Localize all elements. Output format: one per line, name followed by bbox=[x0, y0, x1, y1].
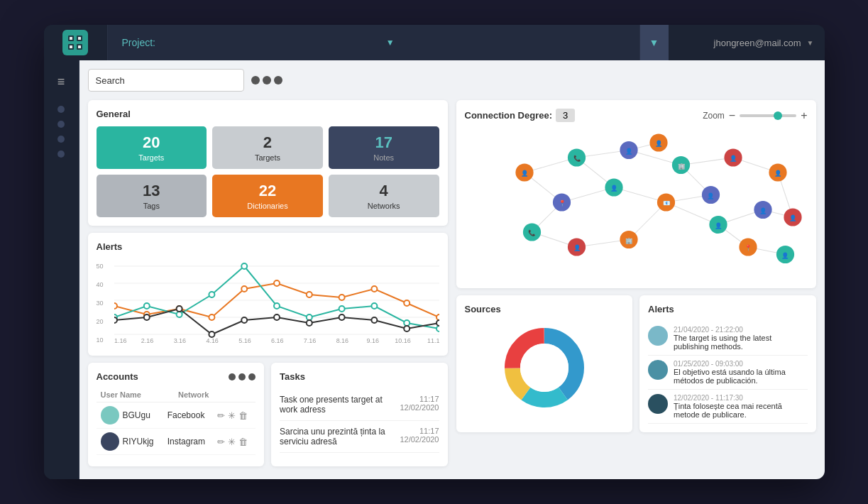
svg-text:3.16: 3.16 bbox=[173, 337, 185, 344]
table-row: RIYUkjg Instagram ✏ ✳ bbox=[97, 429, 256, 455]
content-area: General 20 Targets 2 Targets 17 bbox=[79, 60, 825, 479]
accounts-dot-3[interactable] bbox=[248, 373, 256, 380]
svg-text:4.16: 4.16 bbox=[206, 337, 218, 344]
svg-point-42 bbox=[339, 314, 344, 320]
svg-point-40 bbox=[274, 314, 280, 320]
conn-header: Connection Degree: 3 Zoom − + bbox=[465, 109, 808, 122]
stat-tags-13[interactable]: 13 Tags bbox=[97, 175, 207, 217]
sidebar-dot-4[interactable] bbox=[57, 150, 65, 158]
svg-text:10.16: 10.16 bbox=[395, 337, 410, 344]
network-graph: 👤 📞 👤 👤 🏢 👤 👤 📍 👤 📧 👤 bbox=[465, 128, 808, 280]
svg-point-18 bbox=[274, 280, 280, 286]
stat-num-20: 20 bbox=[143, 133, 160, 152]
svg-rect-4 bbox=[70, 37, 72, 40]
star-icon[interactable]: ✳ bbox=[228, 410, 236, 421]
stat-notes-17[interactable]: 17 Notes bbox=[329, 126, 439, 169]
accounts-dot-2[interactable] bbox=[238, 373, 246, 380]
svg-text:👤: 👤 bbox=[730, 155, 737, 163]
stat-targets-20[interactable]: 20 Targets bbox=[97, 126, 207, 169]
svg-point-26 bbox=[176, 312, 182, 317]
logo-icon bbox=[62, 30, 88, 55]
svg-text:5.16: 5.16 bbox=[238, 337, 251, 344]
bottom-right-row: Sources bbox=[456, 295, 816, 432]
stat-networks-4[interactable]: 4 Networks bbox=[329, 175, 439, 217]
svg-point-32 bbox=[371, 303, 377, 309]
user-dropdown-arrow[interactable]: ▼ bbox=[807, 39, 814, 47]
delete-icon-2[interactable]: 🗑 bbox=[238, 437, 248, 447]
stat-num-4: 4 bbox=[380, 182, 388, 200]
project-chevron[interactable]: ▼ bbox=[640, 25, 669, 60]
stat-dicts-22[interactable]: 22 Dictionaries bbox=[212, 175, 323, 217]
screen-container: Project: ▼ ▼ jhongreen@mail.com ▼ ≡ bbox=[44, 25, 825, 479]
svg-point-29 bbox=[274, 303, 280, 309]
zoom-minus-button[interactable]: − bbox=[729, 109, 735, 122]
project-dropdown[interactable]: Project: ▼ bbox=[108, 25, 640, 60]
edit-icon-2[interactable]: ✏ bbox=[217, 437, 225, 447]
user-cell: BGUgu bbox=[101, 406, 159, 424]
svg-point-36 bbox=[143, 314, 149, 320]
connection-card: Connection Degree: 3 Zoom − + bbox=[456, 100, 816, 288]
svg-point-20 bbox=[339, 295, 344, 300]
svg-text:📞: 📞 bbox=[573, 155, 581, 163]
dot-menu-item-3[interactable] bbox=[274, 76, 282, 84]
y-axis: 5040302010 bbox=[97, 259, 104, 347]
svg-point-121 bbox=[520, 344, 568, 392]
svg-text:👤: 👤 bbox=[573, 244, 581, 252]
hamburger-menu-icon[interactable]: ≡ bbox=[54, 71, 69, 93]
stats-grid: 20 Targets 2 Targets 17 Notes bbox=[97, 126, 439, 217]
sidebar-dot-1[interactable] bbox=[57, 106, 65, 113]
action-icons-2: ✏ ✳ 🗑 bbox=[217, 437, 251, 447]
tasks-title: Tasks bbox=[280, 371, 439, 382]
main-layout: ≡ Genera bbox=[44, 60, 825, 479]
star-icon-2[interactable]: ✳ bbox=[228, 437, 236, 447]
sidebar-dot-3[interactable] bbox=[57, 136, 65, 143]
svg-text:2.16: 2.16 bbox=[141, 337, 153, 344]
svg-point-31 bbox=[339, 306, 344, 312]
svg-text:📍: 📍 bbox=[558, 199, 566, 207]
stat-label-networks: Networks bbox=[368, 202, 400, 210]
zoom-control: Zoom − + bbox=[703, 109, 807, 122]
sidebar-dot-2[interactable] bbox=[57, 121, 65, 128]
alerts-panel: Alerts 21/04/2020 - 21:22:00 The target … bbox=[639, 295, 816, 432]
svg-rect-6 bbox=[70, 45, 72, 48]
general-title: General bbox=[97, 109, 439, 119]
right-column: Connection Degree: 3 Zoom − + bbox=[456, 100, 816, 466]
user-cell-2: RIYUkjg bbox=[101, 432, 159, 451]
alerts-chart-title: Alerts bbox=[97, 241, 439, 252]
table-row: BGUgu Facebook ✏ ✳ � bbox=[97, 402, 256, 429]
svg-text:👤: 👤 bbox=[781, 252, 789, 260]
svg-text:11.16: 11.16 bbox=[427, 337, 439, 344]
svg-point-33 bbox=[404, 320, 410, 326]
project-label: Project: bbox=[122, 37, 155, 48]
delete-icon[interactable]: 🗑 bbox=[238, 410, 248, 421]
zoom-plus-button[interactable]: + bbox=[801, 109, 807, 122]
svg-text:1.16: 1.16 bbox=[114, 337, 126, 344]
alerts-panel-title: Alerts bbox=[648, 304, 808, 314]
username-riyukjg: RIYUkjg bbox=[123, 437, 154, 447]
edit-icon[interactable]: ✏ bbox=[217, 410, 225, 421]
search-bar-row bbox=[88, 69, 816, 92]
svg-point-38 bbox=[209, 332, 214, 337]
accounts-dot-1[interactable] bbox=[229, 373, 236, 380]
zoom-slider[interactable] bbox=[740, 114, 796, 117]
sources-title: Sources bbox=[465, 304, 625, 314]
task-time-1: 11:1712/02/2020 bbox=[400, 395, 439, 415]
task-text-2: Sarcina unu prezintă ținta la serviciu a… bbox=[280, 427, 394, 447]
svg-text:📞: 📞 bbox=[528, 229, 536, 237]
sidebar: ≡ bbox=[44, 60, 79, 479]
general-card: General 20 Targets 2 Targets 17 bbox=[88, 100, 448, 226]
bottom-left-row: Accounts User Name bbox=[88, 363, 448, 466]
network-instagram: Instagram bbox=[163, 429, 214, 455]
alert-time-1: 21/04/2020 - 21:22:00 bbox=[674, 326, 808, 334]
dot-menu-item-2[interactable] bbox=[263, 76, 271, 84]
stat-targets-2[interactable]: 2 Targets bbox=[212, 126, 323, 169]
svg-point-27 bbox=[209, 292, 214, 297]
donut-svg bbox=[502, 325, 587, 410]
network-facebook: Facebook bbox=[163, 402, 214, 429]
svg-point-30 bbox=[306, 314, 312, 320]
svg-point-34 bbox=[436, 326, 439, 332]
chevron-icon: ▼ bbox=[649, 37, 659, 48]
alert-item-3: 12/02/2020 - 11:17:30 Ținta folosește ce… bbox=[648, 390, 808, 424]
dot-menu-item-1[interactable] bbox=[251, 76, 260, 84]
search-input[interactable] bbox=[88, 69, 244, 92]
